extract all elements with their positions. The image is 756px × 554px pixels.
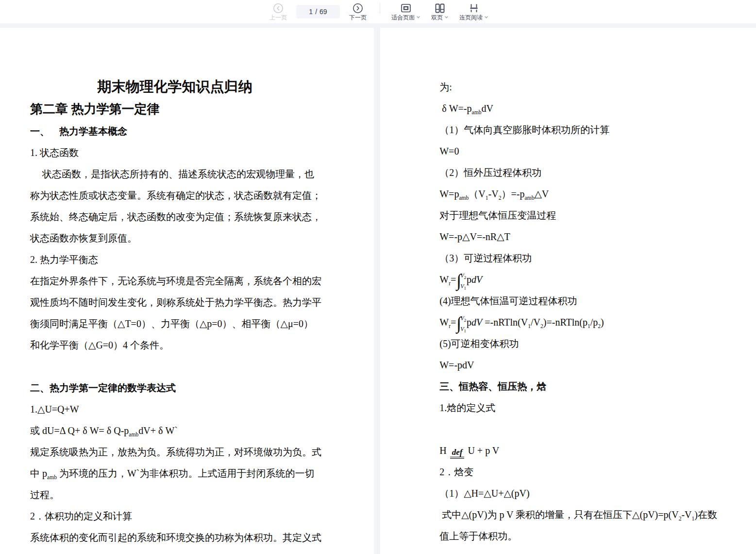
doc-line: （2）恒外压过程体积功 — [439, 162, 731, 183]
doc-line: （3）可逆过程体积功 — [439, 247, 731, 269]
page-right-body: 为: δ W=-pambdV（1）气体向真空膨胀时体积功所的计算W=0（2）恒外… — [439, 76, 731, 547]
doc-line: W=-p△V=-nR△T — [439, 226, 731, 247]
doc-line: （1）△H=△U+△(pV) — [439, 483, 731, 504]
continuous-read-button[interactable]: 连页阅读 — [459, 3, 488, 21]
doc-line: 称为状态性质或状态变量。系统有确定的状态，状态函数就有定值； — [30, 185, 319, 206]
doc-line: 衡须同时满足平衡（△T=0）、力平衡（△p=0）、相平衡（△μ=0） — [30, 313, 319, 334]
next-page-button[interactable]: 下一页 — [347, 3, 369, 21]
toolbar-divider — [380, 3, 380, 14]
doc-line: δ W=-pambdV — [439, 98, 731, 119]
chevron-down-icon — [484, 15, 488, 19]
chevron-down-icon — [444, 15, 449, 19]
doc-line: 2．体积功的定义和计算 — [30, 505, 319, 527]
doc-line: 观性质均不随时间发生变化，则称系统处于热力学平衡态。热力学平 — [30, 292, 319, 313]
prev-page-label: 上一页 — [269, 14, 287, 21]
doc-line: 三、恒热容、恒压热，焓 — [439, 376, 731, 397]
doc-line: 中 pamb 为环境的压力，W`为非体积功。上式适用于封闭系统的一切 — [30, 463, 319, 484]
next-page-label: 下一页 — [349, 14, 367, 21]
doc-line: 在指定外界条件下，无论系统与环境是否完全隔离，系统各个相的宏 — [30, 270, 319, 292]
doc-line: W=-pdV — [439, 354, 731, 376]
doc-line: 规定系统吸热为正，放热为负。系统得功为正，对环境做功为负。式 — [30, 441, 319, 463]
document-viewport: 期末物理化学知识点归纳第二章 热力学第一定律一、 热力学基本概念1. 状态函数 … — [0, 23, 756, 554]
doc-line: Wr=∫V2V1pdV =-nRTln(V1/V2)=-nRTln(p1/p2) — [439, 312, 731, 333]
page-current: 1 — [309, 8, 313, 16]
doc-line: 2．焓变 — [439, 461, 731, 483]
doc-line: 1.△U=Q+W — [30, 398, 319, 420]
fit-page-button[interactable]: 适合页面 — [391, 3, 420, 21]
doc-line: 2. 热力学平衡态 — [30, 249, 319, 270]
doc-line: 期末物理化学知识点归纳 — [30, 75, 319, 98]
doc-line: 对于理想气体恒压变温过程 — [439, 205, 731, 226]
doc-line: 1.焓的定义式 — [439, 397, 731, 418]
doc-line: 系统体积的变化而引起的系统和环境交换的功称为体积功。其定义式 — [30, 527, 319, 548]
two-page-icon — [435, 3, 445, 14]
doc-line: 和化学平衡（△G=0）4 个条件。 — [30, 334, 319, 356]
doc-line: 或 dU=Δ Q+ δ W= δ Q-pambdV+ δ W` — [30, 420, 319, 441]
chevron-down-icon — [416, 15, 420, 19]
doc-line: (4)理想气体恒温可逆过程体积功 — [439, 290, 731, 312]
doc-line: W=0 — [439, 140, 731, 162]
pdf-toolbar: 上一页 1 / 69 下一页 适合页面 — [0, 0, 756, 23]
doc-line: （1）气体向真空膨胀时体积功所的计算 — [439, 119, 731, 140]
doc-line: 1. 状态函数 — [30, 142, 319, 163]
doc-line: 状态函数亦恢复到原值。 — [30, 227, 319, 249]
doc-line: Wr=∫V2V1pdV — [439, 269, 731, 290]
continuous-read-icon — [469, 3, 479, 14]
doc-line: 值上等于体积功。 — [439, 525, 731, 547]
page-right: 为: δ W=-pambdV（1）气体向真空膨胀时体积功所的计算W=0（2）恒外… — [380, 28, 756, 554]
continuous-read-label: 连页阅读 — [459, 14, 483, 21]
two-page-label: 双页 — [431, 14, 443, 21]
doc-line: 第二章 热力学第一定律 — [30, 98, 319, 121]
doc-line: 一、 热力学基本概念 — [30, 121, 319, 142]
page-spread: 期末物理化学知识点归纳第二章 热力学第一定律一、 热力学基本概念1. 状态函数 … — [0, 28, 756, 554]
prev-page-button[interactable]: 上一页 — [268, 3, 289, 21]
doc-line: 过程。 — [30, 484, 319, 505]
page-left-body: 期末物理化学知识点归纳第二章 热力学第一定律一、 热力学基本概念1. 状态函数 … — [30, 75, 319, 548]
doc-line: HdefU + p V — [439, 440, 731, 461]
page-total: 69 — [319, 8, 327, 16]
doc-line: 系统始、终态确定后，状态函数的改变为定值；系统恢复原来状态， — [30, 206, 319, 227]
prev-page-icon — [273, 3, 284, 14]
page-left: 期末物理化学知识点归纳第二章 热力学第一定律一、 热力学基本概念1. 状态函数 … — [0, 28, 374, 554]
page-separator: / — [315, 8, 317, 16]
fit-page-icon — [401, 3, 411, 14]
doc-line: W=pamb（V1-V2）=-pamb△V — [439, 183, 731, 205]
doc-line: 二、热力学第一定律的数学表达式 — [30, 377, 319, 398]
fit-page-label: 适合页面 — [391, 14, 415, 21]
page-number-input[interactable]: 1 / 69 — [296, 5, 340, 18]
doc-line: (5)可逆相变体积功 — [439, 333, 731, 354]
doc-line: 状态函数，是指状态所持有的、描述系统状态的宏观物理量，也 — [30, 163, 319, 185]
doc-line: 为: — [439, 76, 731, 98]
two-page-button[interactable]: 双页 — [429, 3, 451, 21]
next-page-icon — [353, 3, 363, 14]
doc-line: 式中△(pV)为 p V 乘积的增量，只有在恒压下△(pV)=p(V2-V1)在… — [439, 504, 731, 525]
